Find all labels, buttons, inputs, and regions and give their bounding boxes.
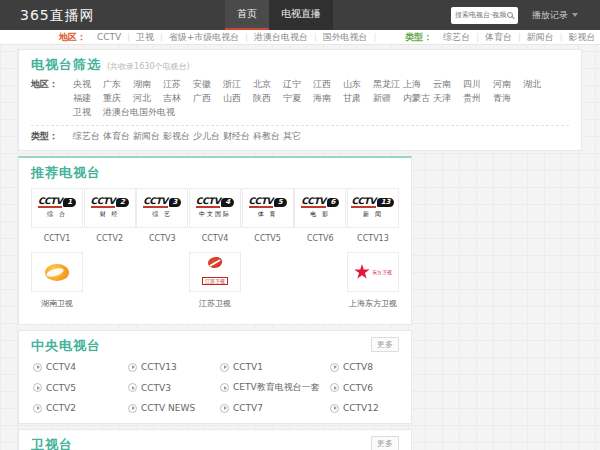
cctv-logo: CCTV1综 合 bbox=[38, 197, 76, 219]
filter-region-item[interactable]: 青海 bbox=[493, 92, 523, 105]
filter-type-item[interactable]: 综艺台 bbox=[73, 130, 103, 143]
filter-region-item[interactable]: 天津 bbox=[433, 92, 463, 105]
filter-type-item[interactable]: 新闻台 bbox=[133, 130, 163, 143]
cctv-channel-subtitle: 中文国际 bbox=[196, 210, 234, 219]
filter-region-item[interactable]: 甘肃 bbox=[343, 92, 373, 105]
filter-region-item[interactable]: 江西 bbox=[313, 78, 343, 91]
channel-card[interactable]: 东方卫视上海东方卫视 bbox=[347, 252, 399, 309]
separator-glyph: | bbox=[515, 33, 524, 42]
subnav-type-item[interactable]: 新闻台 bbox=[524, 32, 557, 42]
channel-card[interactable]: CCTV1综 合CCTV1 bbox=[31, 188, 83, 243]
cctv-wordmark: CCTV bbox=[351, 197, 375, 208]
subnav-region-item[interactable]: 卫视 bbox=[133, 32, 157, 42]
channel-card-label: CCTV6 bbox=[294, 234, 346, 243]
search-box[interactable] bbox=[451, 7, 518, 24]
filter-region-item[interactable]: 安徽 bbox=[193, 78, 223, 91]
channel-link[interactable]: CCTV1 bbox=[220, 362, 330, 372]
filter-region-item[interactable]: 黑龙江 bbox=[373, 78, 403, 91]
subnav-type-item[interactable]: 影视台 bbox=[565, 32, 598, 42]
search-input[interactable] bbox=[455, 11, 507, 19]
search-icon[interactable] bbox=[507, 12, 513, 18]
channel-link[interactable]: CCTV13 bbox=[128, 362, 220, 372]
play-icon bbox=[128, 363, 137, 372]
channel-card-label: 湖南卫视 bbox=[31, 298, 83, 309]
filter-region-item[interactable]: 重庆 bbox=[103, 92, 133, 105]
filter-region-item[interactable]: 河南 bbox=[493, 78, 523, 91]
subnav-region-item[interactable]: CCTV bbox=[94, 32, 124, 42]
filter-region-item[interactable]: 陕西 bbox=[253, 92, 283, 105]
recommended-panel: 推荐电视台 CCTV1综 合CCTV1CCTV2财 经CCTV2CCTV3综 艺… bbox=[18, 156, 412, 325]
filter-region-item[interactable]: 山东 bbox=[343, 78, 373, 91]
tab-home[interactable]: 首页 bbox=[225, 0, 269, 30]
channel-card[interactable]: CCTV6电 影CCTV6 bbox=[294, 188, 346, 243]
filter-region-item[interactable]: 吉林 bbox=[163, 92, 193, 105]
filter-region-item[interactable]: 广东 bbox=[103, 78, 133, 91]
cctv-channel-number: 13 bbox=[377, 198, 395, 207]
jiangsu-tv-mark bbox=[208, 257, 222, 268]
filter-type-item[interactable]: 财经台 bbox=[223, 130, 253, 143]
filter-region-item[interactable]: 湖南 bbox=[133, 78, 163, 91]
channel-card-label: CCTV1 bbox=[31, 234, 83, 243]
filter-region-item[interactable]: 河北 bbox=[133, 92, 163, 105]
filter-region-item[interactable]: 广西 bbox=[193, 92, 223, 105]
cctv-channel-subtitle: 财 经 bbox=[91, 210, 129, 219]
filter-type-item[interactable]: 体育台 bbox=[103, 130, 133, 143]
channel-card[interactable]: CCTV2财 经CCTV2 bbox=[84, 188, 136, 243]
site-logo[interactable]: 365直播网 bbox=[20, 0, 95, 30]
channel-card[interactable]: CCTV13新 闻CCTV13 bbox=[347, 188, 399, 243]
tab-tv-live[interactable]: 电视直播 bbox=[269, 0, 333, 30]
channel-link[interactable]: CETV教育电视台一套 bbox=[220, 381, 330, 394]
filter-region-item[interactable]: 四川 bbox=[463, 78, 493, 91]
channel-card[interactable]: CCTV3综 艺CCTV3 bbox=[136, 188, 188, 243]
channel-card[interactable]: CCTV4中文国际CCTV4 bbox=[189, 188, 241, 243]
filter-type-item[interactable]: 影视台 bbox=[163, 130, 193, 143]
filter-region-item[interactable]: 上海 bbox=[403, 78, 433, 91]
separator-glyph: | bbox=[124, 33, 133, 42]
filter-region-item[interactable]: 央视 bbox=[73, 78, 103, 91]
satellite-more-button[interactable]: 更多 bbox=[371, 436, 399, 450]
cctv-more-button[interactable]: 更多 bbox=[371, 337, 399, 352]
filter-region-item[interactable]: 海南 bbox=[313, 92, 343, 105]
filter-region-item[interactable]: 山西 bbox=[223, 92, 253, 105]
filter-region-item[interactable]: 新疆 bbox=[373, 92, 403, 105]
channel-link-label: CCTV6 bbox=[343, 383, 373, 393]
channel-card-label: CCTV3 bbox=[136, 234, 188, 243]
filter-region-item[interactable]: 贵州 bbox=[463, 92, 493, 105]
filter-type-item[interactable]: 少儿台 bbox=[193, 130, 223, 143]
channel-link[interactable]: CCTV NEWS bbox=[128, 403, 220, 413]
filter-region-item[interactable]: 湖北 bbox=[523, 78, 553, 91]
channel-logo-box: CCTV3综 艺 bbox=[136, 188, 188, 228]
channel-link[interactable]: CCTV2 bbox=[33, 403, 128, 413]
channel-link[interactable]: CCTV12 bbox=[330, 403, 420, 413]
channel-link[interactable]: CCTV5 bbox=[33, 381, 128, 394]
play-history-menu[interactable]: 播放记录 bbox=[532, 0, 578, 30]
filter-region-item[interactable]: 卫视 bbox=[73, 106, 103, 119]
filter-region-item[interactable]: 北京 bbox=[253, 78, 283, 91]
filter-region-item[interactable]: 辽宁 bbox=[283, 78, 313, 91]
filter-region-item[interactable]: 国外电视 bbox=[139, 106, 175, 119]
channel-card[interactable]: CCTV5体 育CCTV5 bbox=[242, 188, 294, 243]
channel-link[interactable]: CCTV3 bbox=[128, 381, 220, 394]
channel-card[interactable]: 江苏卫视江苏卫视 bbox=[189, 252, 241, 309]
filter-region-item[interactable]: 内蒙古 bbox=[403, 92, 433, 105]
filter-type-item[interactable]: 科教台 bbox=[253, 130, 283, 143]
channel-link[interactable]: CCTV8 bbox=[330, 362, 420, 372]
filter-region-item[interactable]: 云南 bbox=[433, 78, 463, 91]
subnav-region-item[interactable]: 国外电视台 bbox=[320, 32, 371, 42]
filter-region-item[interactable]: 浙江 bbox=[223, 78, 253, 91]
filter-region-item[interactable]: 福建 bbox=[73, 92, 103, 105]
filter-type-item[interactable]: 其它 bbox=[283, 130, 313, 143]
filter-region-item[interactable]: 江苏 bbox=[163, 78, 193, 91]
category-subnav: 地区： CCTV|卫视|省级+市级电视台|港澳台电视台|国外电视台| 类型： 综… bbox=[0, 30, 600, 45]
channel-link[interactable]: CCTV7 bbox=[220, 403, 330, 413]
subnav-region-item[interactable]: 港澳台电视台 bbox=[251, 32, 311, 42]
channel-link[interactable]: CCTV6 bbox=[330, 381, 420, 394]
subnav-region-item[interactable]: 省级+市级电视台 bbox=[166, 32, 243, 42]
subnav-type-item[interactable]: 综艺台 bbox=[440, 32, 473, 42]
filter-region-item[interactable]: 港澳台电 bbox=[103, 106, 139, 119]
channel-card[interactable]: 湖南卫视 bbox=[31, 252, 83, 309]
subnav-type-item[interactable]: 体育台 bbox=[482, 32, 515, 42]
filter-region-item[interactable]: 宁夏 bbox=[283, 92, 313, 105]
cctv-channel-subtitle: 体 育 bbox=[249, 210, 287, 219]
channel-link[interactable]: CCTV4 bbox=[33, 362, 128, 372]
